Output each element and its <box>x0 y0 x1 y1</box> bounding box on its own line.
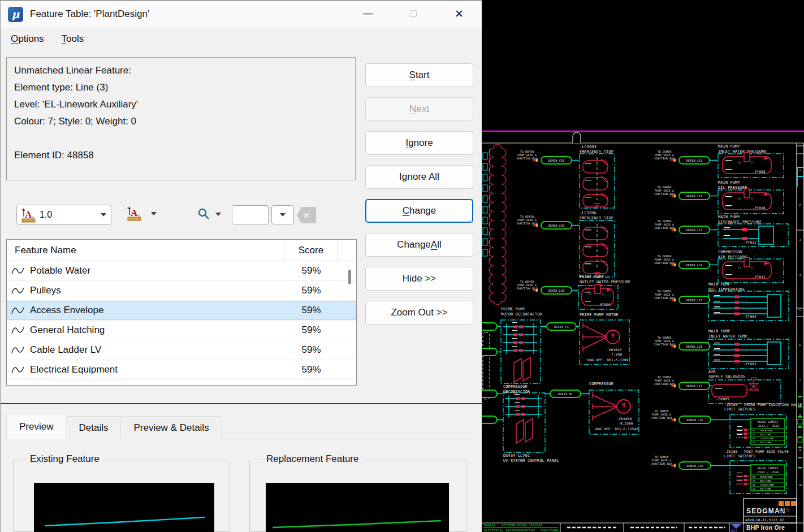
zoom-out-button[interactable]: Zoom Out >> <box>365 301 473 325</box>
svg-text:PUMP SKID &: PUMP SKID & <box>655 340 674 343</box>
svg-text:TO DEMIN: TO DEMIN <box>520 280 534 283</box>
svg-text:EMERGENCY STOP: EMERGENCY STOP <box>580 150 613 154</box>
table-row[interactable]: Potable Water59% <box>7 261 356 281</box>
column-header-feature-name[interactable]: Feature Name <box>7 240 284 261</box>
svg-text:INLET WATER PRESSURE: INLET WATER PRESSURE <box>718 149 767 154</box>
close-button[interactable]: ✕ <box>446 1 472 27</box>
minimize-button[interactable]: — <box>355 1 381 27</box>
svg-text:-SV005: -SV005 <box>716 397 729 401</box>
svg-text:DEMIN_L27: DEMIN_L27 <box>686 384 703 388</box>
linear-feature-icon <box>11 306 25 315</box>
svg-text:MAIN PUMP: MAIN PUMP <box>708 282 730 287</box>
title-bar[interactable]: μ Feature Table: 'PlantDesign' — ✕ <box>1 1 482 28</box>
change-all-button[interactable]: Change All <box>365 233 473 257</box>
annotation-scale-icon: x y A <box>21 207 36 223</box>
annotation-scale-combo[interactable]: x y A 1.0 <box>16 205 111 225</box>
clear-filter-button[interactable]: ✕ <box>297 207 316 223</box>
filter-input[interactable] <box>232 205 269 224</box>
info-line: Unmatched Linear Feature: <box>14 62 348 79</box>
filter-history-dropdown[interactable] <box>271 205 294 224</box>
svg-text:VALVE LIMITS: VALVE LIMITS <box>757 467 778 470</box>
svg-text:LIMIT SWITCHES: LIMIT SWITCHES <box>724 454 755 458</box>
scrollbar-thumb[interactable] <box>348 270 351 284</box>
svg-text:-TT003: -TT003 <box>744 362 757 366</box>
svg-text:PUMP SKID &: PUMP SKID & <box>655 258 674 261</box>
svg-text:-PT012: -PT012 <box>753 275 766 279</box>
svg-text:COMPRESSOR: COMPRESSOR <box>589 382 614 386</box>
svg-text:-LCS093: -LCS093 <box>580 145 596 149</box>
svg-text:S2 - OUT/IND: S2 - OUT/IND <box>753 487 771 490</box>
svg-text:DEMIN_C02: DEMIN_C02 <box>548 224 565 228</box>
cad-viewport[interactable]: 12345678910TO DEMINPUMP SKID &JUNCTION B… <box>482 0 804 532</box>
panel-divider[interactable] <box>1 403 483 404</box>
replacement-feature-label: Replacement Feature <box>262 453 362 465</box>
replacement-feature-preview[interactable] <box>266 483 449 532</box>
ignore-button[interactable]: Ignore <box>365 131 473 155</box>
secondary-scale-dropdown[interactable]: x y A <box>127 205 157 222</box>
info-line: Colour: 7; Style: 0; Weight: 0 <box>14 113 348 130</box>
column-header-score[interactable]: Score <box>284 240 338 261</box>
svg-text:-PT010: -PT010 <box>753 206 766 210</box>
next-button[interactable]: Next <box>365 97 473 121</box>
chevron-down-icon <box>101 213 106 217</box>
svg-text:10: 10 <box>798 484 802 487</box>
svg-text:DWG REF. 061-E-12540: DWG REF. 061-E-12540 <box>595 427 638 431</box>
annotation-scale-icon: x y A <box>127 205 142 222</box>
menu-options[interactable]: Options <box>11 33 44 45</box>
tab-details[interactable]: Details <box>66 416 121 439</box>
linear-feature-icon <box>11 365 25 375</box>
svg-text:x: x <box>21 207 23 211</box>
change-button[interactable]: Change <box>365 199 473 223</box>
svg-text:PUMP SKID &: PUMP SKID & <box>655 154 674 157</box>
existing-feature-preview[interactable] <box>34 483 214 532</box>
hide-button[interactable]: Hide >> <box>365 267 473 291</box>
table-row[interactable]: General Hatching59% <box>7 321 356 340</box>
svg-text:PUMP SKID &: PUMP SKID & <box>655 223 674 226</box>
svg-text:MW0040 - WESTERN RIDGE CRUSHER: MW0040 - WESTERN RIDGE CRUSHER <box>484 524 543 527</box>
svg-text:DS434-LLV01: DS434-LLV01 <box>503 453 530 458</box>
tab-preview-details[interactable]: Preview & Details <box>121 416 222 439</box>
svg-text:PUMP SKID &: PUMP SKID & <box>652 413 671 416</box>
svg-text:TO DEMIN: TO DEMIN <box>658 336 672 339</box>
svg-text:~: ~ <box>612 339 614 343</box>
info-line: Level: 'EL-Linework Auxiliary' <box>14 96 348 113</box>
svg-text:C-: C- <box>751 266 755 269</box>
table-row[interactable]: Electrical Equipment59% <box>7 360 356 380</box>
ignore-all-button[interactable]: Ignore All <box>365 165 473 189</box>
maximize-button[interactable] <box>400 1 426 27</box>
svg-text:C+: C+ <box>738 266 741 269</box>
svg-text:A099-10-11-5127_02: A099-10-11-5127_02 <box>745 518 784 522</box>
feature-name: Access Envelope <box>30 305 103 316</box>
search-dropdown[interactable] <box>197 207 221 221</box>
svg-text:0.25KW: 0.25KW <box>620 421 633 425</box>
svg-text:MST: MST <box>731 529 738 532</box>
svg-text:JUNCTION BOX: JUNCTION BOX <box>654 227 675 230</box>
svg-text:1: 1 <box>799 168 801 171</box>
table-row[interactable]: Cable Ladder LV59% <box>7 340 356 360</box>
existing-feature-label: Existing Feature <box>26 453 103 465</box>
svg-text:9: 9 <box>799 449 801 452</box>
menu-tools[interactable]: Tools <box>62 33 84 45</box>
svg-text:C-: C- <box>602 293 606 296</box>
table-row[interactable]: Pulleys59% <box>7 281 356 301</box>
linear-feature-icon <box>11 326 25 335</box>
svg-text:DEMIN_L25: DEMIN_L25 <box>686 299 703 302</box>
clear-icon: ✕ <box>303 211 310 220</box>
svg-text:TO DEMIN: TO DEMIN <box>655 456 669 459</box>
svg-text:02 - CLOSE/IND: 02 - CLOSE/IND <box>753 483 774 486</box>
table-row[interactable]: Access Envelope59% <box>7 301 356 321</box>
svg-text:COMPRESSOR: COMPRESSOR <box>718 250 743 254</box>
svg-text:PRIME PUMP: PRIME PUMP <box>501 307 525 312</box>
svg-text:OUTLET WATER PRESSURE: OUTLET WATER PRESSURE <box>580 280 630 284</box>
chevron-down-icon <box>151 212 157 215</box>
chevron-down-icon <box>215 213 221 216</box>
start-button[interactable]: Start <box>365 63 473 87</box>
svg-text:DEMIN_L08: DEMIN_L08 <box>548 289 565 293</box>
info-line: Element type: Line (3) <box>14 79 348 96</box>
svg-text:01 - OPEN/IND: 01 - OPEN/IND <box>753 429 773 432</box>
svg-text:DECONTACTOR: DECONTACTOR <box>503 390 530 394</box>
feature-table-header[interactable]: Feature Name Score <box>7 240 356 261</box>
tab-preview[interactable]: Preview <box>6 414 66 439</box>
feature-name: Potable Water <box>30 265 90 276</box>
svg-text:DEMIN_L01: DEMIN_L01 <box>686 159 703 163</box>
